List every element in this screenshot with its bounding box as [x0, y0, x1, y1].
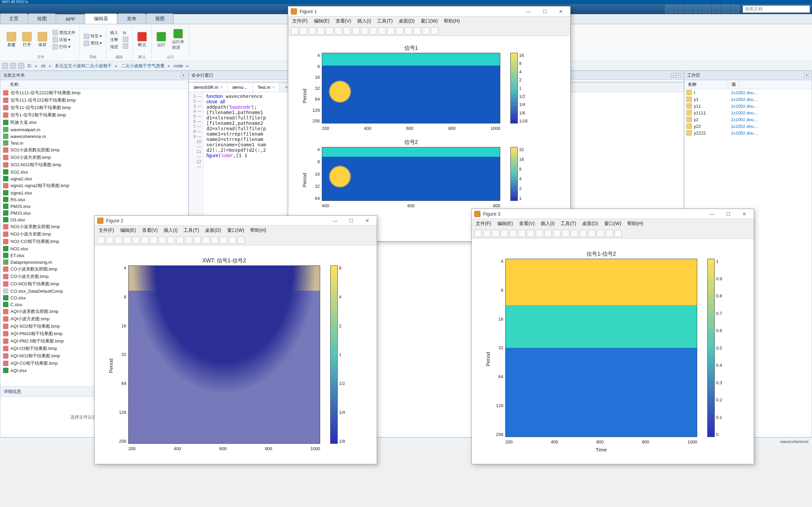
path-seg[interactable]: code	[172, 63, 184, 68]
panel-menu-icon[interactable]: ▾	[181, 73, 185, 78]
tile-icon[interactable]	[431, 27, 438, 35]
workspace-row[interactable]: y221x1001 dou…	[684, 123, 812, 130]
file-row[interactable]: signa2.xlsx	[0, 175, 188, 182]
legend-icon[interactable]	[405, 27, 412, 35]
panel-dock-icon[interactable]: ◇	[671, 73, 676, 78]
brush-icon[interactable]	[378, 27, 386, 35]
qat-icon[interactable]	[665, 5, 673, 13]
breakpoints-button[interactable]: 断点	[135, 31, 149, 48]
tab-publish[interactable]: 发布	[118, 13, 145, 24]
qat-icon[interactable]	[693, 5, 702, 13]
close-button[interactable]: ✕	[738, 210, 751, 218]
menu-view[interactable]: 查看(V)	[142, 227, 158, 233]
dock-icon[interactable]	[413, 27, 421, 35]
menu-insert[interactable]: 插入(I)	[357, 18, 371, 24]
tab-editor[interactable]: 编辑器	[85, 13, 117, 24]
tab-plots[interactable]: 绘图	[28, 13, 56, 24]
menu-view[interactable]: 查看(V)	[336, 18, 351, 24]
menu-window[interactable]: 窗口(W)	[227, 227, 244, 233]
save-icon[interactable]	[492, 230, 499, 237]
tab-home[interactable]: 主页	[0, 13, 28, 24]
colorbar[interactable]	[510, 53, 518, 123]
tile-icon[interactable]	[614, 230, 622, 237]
brush-icon[interactable]	[562, 230, 569, 237]
file-row[interactable]: 信号11-信号22相干结果图.bmp	[0, 104, 188, 111]
minimize-button[interactable]: —	[328, 217, 342, 225]
menu-file[interactable]: 文件(F)	[99, 227, 114, 233]
menu-edit[interactable]: 编辑(E)	[120, 227, 136, 233]
new-fig-icon[interactable]	[97, 237, 105, 244]
figure-2-window[interactable]: Figure 2 — ☐ ✕ 文件(F) 编辑(E) 查看(V) 插入(I) 工…	[94, 215, 377, 464]
print-icon[interactable]	[501, 230, 508, 237]
stop-icon[interactable]	[606, 230, 613, 237]
workspace-row[interactable]: t1x1001 dou…	[684, 89, 812, 96]
file-row[interactable]: waverealpart.m	[0, 126, 188, 133]
qat-icon[interactable]	[703, 5, 711, 13]
workspace-list[interactable]: t1x1001 dou…y11x1001 dou…y111x1001 dou…y…	[684, 89, 812, 136]
datacursor-icon[interactable]	[176, 237, 183, 244]
rotate-icon[interactable]	[361, 27, 368, 35]
file-row[interactable]: 信号111-信号222相干结果图.bmp	[0, 97, 188, 104]
new-button[interactable]: 新建	[5, 31, 18, 48]
back-icon[interactable]	[2, 63, 8, 69]
zoom-in-icon[interactable]	[335, 27, 342, 35]
file-row[interactable]: PM25.xlsx	[0, 203, 188, 210]
tab-apps[interactable]: APP	[57, 14, 84, 24]
stop-icon[interactable]	[422, 27, 430, 35]
qat-icon[interactable]	[684, 5, 692, 13]
zoom-out-icon[interactable]	[150, 237, 157, 244]
link-icon[interactable]	[571, 230, 578, 237]
find-files-button[interactable]: 查找文件	[51, 30, 77, 36]
menu-file[interactable]: 文件(F)	[292, 18, 308, 24]
path-seg[interactable]: 多元交叉小波和二元小波相干	[54, 63, 113, 69]
menu-window[interactable]: 窗口(W)	[421, 18, 438, 24]
legend-icon[interactable]	[211, 237, 218, 244]
workspace-row[interactable]: y21x1001 dou…	[684, 116, 812, 123]
file-row[interactable]: SO2小波系数实部图.bmp	[0, 146, 188, 154]
run-button[interactable]: 运行	[155, 31, 168, 48]
datacursor-icon[interactable]	[370, 27, 377, 35]
new-fig-icon[interactable]	[291, 27, 298, 35]
file-row[interactable]: Test.m	[0, 140, 188, 146]
qat-icon[interactable]	[722, 5, 730, 13]
minimize-button[interactable]: —	[522, 7, 535, 15]
legend-icon[interactable]	[588, 230, 596, 237]
menu-tools[interactable]: 工具(T)	[377, 18, 393, 24]
print-icon[interactable]	[124, 237, 131, 244]
search-docs-input[interactable]: 搜索文档	[743, 5, 810, 13]
path-seg[interactable]: dz	[40, 63, 47, 68]
colorbar-icon[interactable]	[202, 237, 210, 244]
colorbar[interactable]	[330, 265, 338, 444]
zoom-in-icon[interactable]	[518, 230, 526, 237]
edit-icon-button[interactable]	[122, 36, 130, 42]
open-icon[interactable]	[300, 27, 307, 35]
workspace-row[interactable]: y22221x1001 dou…	[684, 130, 812, 136]
up-icon[interactable]	[18, 63, 24, 69]
dock-icon[interactable]	[597, 230, 604, 237]
save-button[interactable]: 保存	[36, 31, 49, 48]
editor-tab[interactable]: demo…	[228, 82, 253, 92]
file-row[interactable]: SO2.xlsx	[0, 169, 188, 175]
workspace-row[interactable]: y111x1001 dou…	[684, 103, 812, 109]
fwd-icon[interactable]	[10, 63, 16, 69]
compare-button[interactable]: 比较 ▾	[51, 37, 77, 43]
file-row[interactable]: 民族大道.xlsx	[0, 119, 188, 126]
file-row[interactable]: SO2小波方差图.bmp	[0, 154, 188, 161]
axes[interactable]	[322, 147, 500, 201]
menu-view[interactable]: 查看(V)	[519, 221, 535, 227]
save-icon[interactable]	[308, 27, 316, 35]
pan-icon[interactable]	[159, 237, 166, 244]
insert-button[interactable]: 插入	[109, 30, 120, 36]
rotate-icon[interactable]	[544, 230, 552, 237]
comment-button[interactable]: 注释	[109, 37, 120, 43]
edit-icon-button[interactable]	[122, 43, 130, 49]
pointer-icon[interactable]	[326, 27, 333, 35]
fx-button[interactable]: fx	[122, 30, 130, 36]
menu-tools[interactable]: 工具(T)	[561, 221, 576, 227]
print-button[interactable]: 打印 ▾	[51, 44, 77, 50]
menu-desktop[interactable]: 桌面(D)	[582, 221, 598, 227]
editor-tab[interactable]: Test.m×	[253, 82, 280, 92]
figure-1-window[interactable]: Figure 1 — ☐ ✕ 文件(F) 编辑(E) 查看(V) 插入(I) 工…	[288, 6, 571, 242]
menu-help[interactable]: 帮助(H)	[444, 18, 460, 24]
close-button[interactable]: ✕	[361, 217, 374, 225]
